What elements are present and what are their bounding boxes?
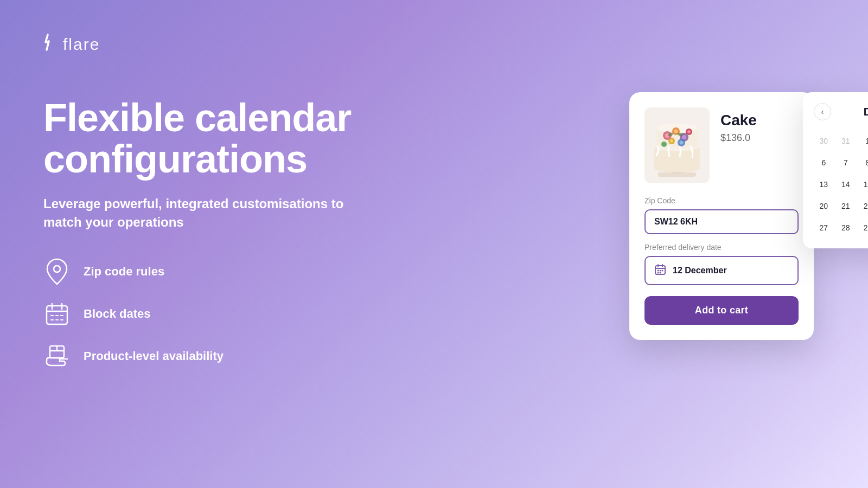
feature-block-dates-label: Block dates	[84, 307, 151, 321]
svg-point-25	[674, 130, 678, 133]
delivery-date-section: Preferred delivery date 12 D	[644, 243, 799, 285]
delivery-date-label: Preferred delivery date	[644, 243, 799, 252]
svg-point-33	[687, 130, 691, 133]
product-image	[644, 107, 710, 183]
svg-point-45	[660, 272, 661, 274]
calendar-day[interactable]: 28	[836, 218, 856, 237]
calendar-day[interactable]: 21	[836, 196, 856, 216]
calendar-popup: ‹ December › 303112345678910111213141516…	[803, 92, 868, 248]
svg-point-29	[670, 139, 673, 143]
calendar-day[interactable]: 27	[814, 218, 833, 237]
calendar-header: ‹ December ›	[814, 103, 868, 120]
left-content: Flexible calendar configurations Leverag…	[43, 98, 412, 370]
logo-text: flare	[63, 35, 100, 54]
add-to-cart-button[interactable]: Add to cart	[644, 296, 799, 325]
calendar-day[interactable]: 13	[814, 175, 833, 194]
calendar-icon-inline	[654, 264, 666, 278]
feature-zip-code-label: Zip code rules	[84, 265, 164, 279]
calendar-block-icon	[43, 300, 71, 328]
svg-point-31	[680, 141, 684, 145]
feature-block-dates: Block dates	[43, 300, 412, 328]
feature-product-availability: Product-level availability	[43, 343, 412, 370]
features-list: Zip code rules Block dates	[43, 258, 412, 370]
svg-point-41	[658, 270, 659, 272]
calendar-day[interactable]: 1	[858, 131, 868, 151]
zip-code-label: Zip Code	[644, 196, 799, 205]
calendar-day[interactable]: 7	[836, 153, 856, 172]
zip-code-input[interactable]	[644, 209, 799, 234]
calendar-day[interactable]: 14	[836, 175, 856, 194]
svg-point-0	[54, 266, 60, 272]
calendar-day[interactable]: 29	[858, 218, 868, 237]
calendar-month-title: December	[864, 106, 868, 118]
right-content: Cake $136.0 Zip Code Preferred delivery …	[629, 92, 814, 340]
page-headline: Flexible calendar configurations	[43, 98, 412, 179]
delivery-date-value: 12 December	[673, 266, 727, 275]
product-card: Cake $136.0 Zip Code Preferred delivery …	[629, 92, 814, 340]
location-pin-icon	[43, 258, 71, 285]
calendar-day[interactable]: 15	[858, 175, 868, 194]
calendar-day[interactable]: 20	[814, 196, 833, 216]
logo-icon	[43, 33, 59, 56]
calendar-day[interactable]: 31	[836, 131, 856, 151]
feature-product-availability-label: Product-level availability	[84, 349, 224, 363]
product-name: Cake	[720, 112, 799, 129]
calendar-prev-button[interactable]: ‹	[814, 103, 831, 120]
calendar-day[interactable]: 30	[814, 131, 833, 151]
product-header: Cake $136.0	[644, 107, 799, 183]
svg-point-34	[661, 142, 667, 147]
page-subheadline: Leverage powerful, integrated customisat…	[43, 195, 380, 231]
calendar-day[interactable]: 22	[858, 196, 868, 216]
box-hand-icon	[43, 343, 71, 370]
svg-point-42	[660, 270, 661, 272]
product-info: Cake $136.0	[720, 107, 799, 183]
svg-point-44	[658, 272, 659, 274]
zip-code-section: Zip Code	[644, 196, 799, 234]
delivery-date-input[interactable]: 12 December	[644, 256, 799, 285]
product-price: $136.0	[720, 132, 799, 144]
calendar-grid: 3031123456789101112131415161718192021222…	[814, 131, 868, 237]
calendar-day[interactable]: 8	[858, 153, 868, 172]
svg-point-43	[662, 270, 663, 272]
feature-zip-code: Zip code rules	[43, 258, 412, 285]
calendar-day[interactable]: 6	[814, 153, 833, 172]
logo: flare	[43, 33, 100, 56]
